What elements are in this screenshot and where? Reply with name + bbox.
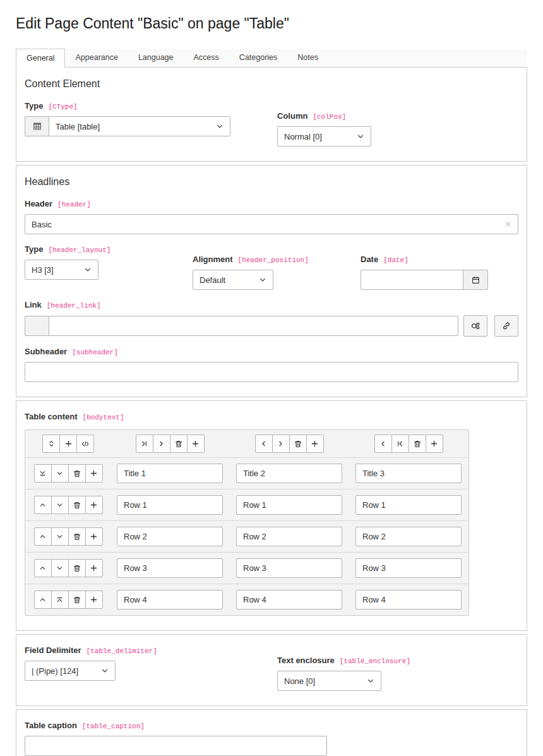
field-label: Table content [bodytext] bbox=[25, 412, 518, 421]
section-table-options: Field Delimiter [table_delimiter] | (Pip… bbox=[16, 634, 527, 706]
table-cell-input[interactable] bbox=[236, 590, 342, 609]
ctype-select[interactable]: Table [table] bbox=[49, 116, 230, 136]
label-text: Header bbox=[25, 199, 52, 208]
tab-access[interactable]: Access bbox=[184, 49, 229, 67]
move-row-down-button[interactable] bbox=[51, 496, 69, 514]
move-row-up-button[interactable] bbox=[34, 496, 52, 514]
field-subheader: Subheader [subheader] bbox=[25, 347, 518, 382]
move-row-down-button[interactable] bbox=[51, 527, 69, 546]
tab-notes[interactable]: Notes bbox=[287, 49, 328, 67]
move-col-left-button[interactable] bbox=[255, 435, 273, 453]
table-cell-input[interactable] bbox=[355, 558, 462, 578]
link-wizard-button[interactable] bbox=[494, 315, 518, 337]
field-label: Header [header] bbox=[25, 199, 518, 208]
colpos-select[interactable]: Normal [0] bbox=[277, 126, 371, 147]
add-row-button[interactable] bbox=[85, 496, 103, 514]
table-cell-input[interactable] bbox=[236, 527, 342, 546]
plus-icon bbox=[90, 501, 98, 509]
delete-row-button[interactable] bbox=[68, 464, 86, 483]
code-view-button[interactable] bbox=[76, 435, 94, 453]
table-cell-input[interactable] bbox=[236, 558, 342, 578]
table-cell-input[interactable] bbox=[236, 495, 342, 515]
header-layout-select[interactable]: H3 [3] bbox=[25, 260, 98, 280]
move-row-down-button[interactable] bbox=[51, 559, 69, 577]
add-row-button[interactable] bbox=[59, 435, 77, 453]
move-col-to-end-button[interactable] bbox=[136, 435, 153, 453]
subheader-input[interactable] bbox=[25, 362, 518, 382]
delete-col-button[interactable] bbox=[409, 435, 426, 453]
tab-categories[interactable]: Categories bbox=[229, 49, 287, 67]
tab-language[interactable]: Language bbox=[128, 49, 184, 67]
row-tools-group bbox=[34, 527, 103, 546]
field-code: [header] bbox=[57, 201, 91, 208]
table-cell-input[interactable] bbox=[117, 558, 223, 578]
table-cell-input[interactable] bbox=[117, 464, 223, 483]
table-cell-input[interactable] bbox=[117, 590, 223, 609]
table-cell-input[interactable] bbox=[355, 590, 462, 609]
move-row-down-button[interactable] bbox=[51, 464, 69, 483]
move-col-to-start-button[interactable] bbox=[391, 435, 409, 453]
column-2-tools-group bbox=[255, 435, 324, 453]
link-type-addon bbox=[25, 316, 49, 336]
table-cell-input[interactable] bbox=[117, 527, 223, 546]
tab-general[interactable]: General bbox=[16, 49, 65, 68]
toggle-sort-button[interactable] bbox=[42, 435, 60, 453]
add-row-button[interactable] bbox=[85, 591, 103, 609]
delete-row-button[interactable] bbox=[68, 496, 86, 514]
table-cell-input[interactable] bbox=[355, 464, 462, 483]
move-row-up-button[interactable] bbox=[34, 591, 52, 609]
clear-x-icon[interactable] bbox=[504, 220, 512, 228]
chevron-down-icon bbox=[259, 276, 266, 284]
field-code: [table_caption] bbox=[82, 723, 145, 730]
add-row-button[interactable] bbox=[85, 559, 103, 577]
delete-row-button[interactable] bbox=[68, 559, 86, 577]
move-row-up-button[interactable] bbox=[34, 559, 52, 577]
date-picker-button[interactable] bbox=[463, 270, 488, 290]
table-cell-input[interactable] bbox=[355, 495, 462, 515]
field-header-position: Alignment [header_position] Default bbox=[193, 255, 350, 290]
header-input[interactable] bbox=[25, 214, 518, 234]
add-row-button[interactable] bbox=[85, 527, 103, 546]
label-text: Alignment bbox=[193, 255, 233, 264]
column-1-tools-group bbox=[136, 435, 205, 453]
delete-row-button[interactable] bbox=[68, 591, 86, 609]
header-link-input[interactable] bbox=[49, 316, 458, 336]
field-code: [date] bbox=[383, 256, 409, 264]
move-row-to-bottom-icon bbox=[39, 469, 47, 477]
record-browser-button[interactable] bbox=[463, 315, 487, 337]
table-cell-input[interactable] bbox=[236, 464, 342, 483]
delete-row-button[interactable] bbox=[68, 527, 86, 546]
date-input[interactable] bbox=[361, 270, 463, 290]
calendar-icon bbox=[471, 275, 480, 285]
column-3-tools-group bbox=[374, 435, 443, 453]
table-caption-input[interactable] bbox=[25, 736, 327, 756]
field-label: Column [colPos] bbox=[277, 111, 518, 121]
add-col-button[interactable] bbox=[306, 435, 324, 453]
move-col-right-button[interactable] bbox=[153, 435, 170, 453]
header-layout-value: H3 [3] bbox=[32, 265, 54, 275]
header-position-select[interactable]: Default bbox=[193, 270, 273, 290]
tab-appearance[interactable]: Appearance bbox=[65, 49, 128, 67]
trash-icon bbox=[73, 469, 81, 478]
plus-icon bbox=[311, 440, 319, 448]
table-cell-input[interactable] bbox=[117, 495, 223, 515]
add-col-button[interactable] bbox=[426, 435, 443, 453]
table-row bbox=[25, 489, 468, 520]
field-ctype: Type [CType] Table [table] bbox=[25, 101, 266, 147]
move-row-to-bottom-button[interactable] bbox=[34, 464, 52, 483]
plus-icon bbox=[430, 440, 438, 448]
table-enclosure-select[interactable]: None [0] bbox=[277, 671, 381, 691]
delete-col-button[interactable] bbox=[170, 435, 188, 453]
delete-col-button[interactable] bbox=[289, 435, 307, 453]
move-row-to-top-button[interactable] bbox=[51, 591, 69, 609]
move-col-left-button[interactable] bbox=[374, 435, 392, 453]
label-text: Table caption bbox=[25, 721, 77, 730]
table-delimiter-select[interactable]: | (Pipe) [124] bbox=[25, 661, 116, 681]
move-col-right-button[interactable] bbox=[272, 435, 290, 453]
table-cell-input[interactable] bbox=[355, 527, 462, 546]
move-row-up-button[interactable] bbox=[34, 527, 52, 546]
table-row bbox=[25, 520, 468, 552]
chevron-down-icon bbox=[101, 667, 109, 675]
add-row-button[interactable] bbox=[85, 464, 103, 483]
add-col-button[interactable] bbox=[187, 435, 205, 453]
